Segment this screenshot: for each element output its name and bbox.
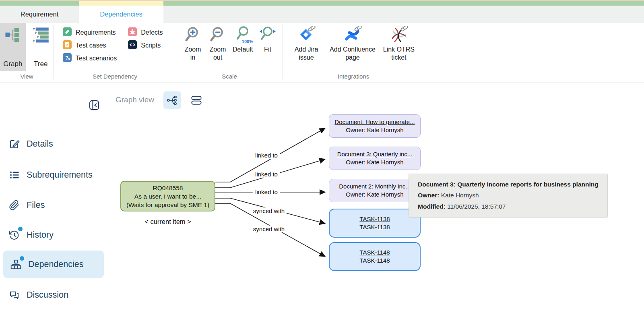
tree-view-button[interactable]: Tree [28, 23, 54, 71]
zoom-in-button[interactable]: Zoom in [181, 25, 204, 72]
ribbon-group-scale: Zoom in Zoom out [176, 23, 283, 83]
graph-view-title: Graph view [116, 95, 154, 104]
document-node-2-owner: Owner: Kate Hornysh [346, 158, 403, 166]
discussion-icon [9, 290, 20, 300]
sidebar-item-files[interactable]: Files [9, 197, 45, 213]
sidebar-item-history[interactable]: History [9, 227, 54, 243]
graph-view-icon [4, 27, 22, 45]
current-node-title: As a user, I want to be... [134, 192, 201, 201]
edge-label-linked-to-3: linked to [253, 188, 280, 195]
document-node-3-link[interactable]: Document 2: Monthly inc... [339, 182, 411, 191]
test-scenarios-label: Test scenarios [76, 55, 117, 62]
paperclip-icon [9, 200, 20, 211]
edge-label-linked-to-2: linked to [253, 171, 280, 178]
set-dependency-test-scenarios-button[interactable]: ? Test scenarios [63, 53, 117, 64]
set-dependency-requirements-button[interactable]: Requirements [63, 27, 117, 38]
sidebar-label-files: Files [27, 200, 45, 210]
active-tab-highlight-strip [79, 1, 163, 6]
set-dependency-scripts-button[interactable]: Scripts [128, 40, 163, 51]
tooltip-modified-row: Modified: 11/06/2025, 18:57:07 [418, 201, 599, 212]
add-confluence-page-button[interactable]: Add Confluence page [330, 25, 376, 72]
tree-view-label: Tree [34, 60, 47, 68]
document-node-1-link[interactable]: Document: How to generate... [334, 118, 415, 126]
fit-button[interactable]: Fit [256, 25, 279, 72]
default-zoom-icon: 100% [234, 25, 252, 46]
edge-label-linked-to-1: linked to [253, 152, 280, 159]
list-icon [9, 170, 20, 180]
tooltip-title: Document 3: Quarterly income reports for… [418, 179, 599, 190]
zoom-out-label-line2: out [213, 54, 222, 62]
default-zoom-percent: 100% [242, 39, 253, 44]
document-node-2-link[interactable]: Document 3: Quarterly inc... [337, 150, 413, 158]
current-node-id: RQ048558 [153, 184, 183, 192]
ribbon: Graph [0, 23, 644, 83]
zoom-out-button[interactable]: Zoom out [206, 25, 229, 72]
add-confluence-label-line2: page [345, 54, 360, 62]
group-label-view: View [0, 72, 54, 83]
sidebar-item-discussion[interactable]: Discussion [9, 287, 68, 303]
document-node-3[interactable]: Document 2: Monthly inc... Owner: Kate H… [329, 179, 421, 202]
tooltip-owner-row: Owner: Kate Hornysh [418, 190, 599, 201]
zoom-in-label-line2: in [190, 54, 195, 62]
current-item-caption: < current item > [120, 218, 215, 226]
document-node-1[interactable]: Document: How to generate... Owner: Kate… [329, 114, 421, 138]
sidebar-item-subrequirements[interactable]: Subrequirements [9, 167, 93, 183]
task-node-1148-subtitle: TASK-1148 [359, 257, 390, 265]
otrs-icon [390, 25, 408, 46]
set-dependency-test-cases-button[interactable]: Test cases [63, 40, 117, 51]
document-node-3-owner: Owner: Kate Hornysh [346, 191, 403, 199]
defects-icon [128, 27, 137, 38]
tab-dependencies[interactable]: Dependencies [79, 6, 163, 23]
link-otrs-ticket-button[interactable]: Link OTRS ticket [380, 25, 418, 72]
sidebar-label-discussion: Discussion [27, 290, 68, 300]
sidebar-label-history: History [27, 230, 54, 240]
zoom-in-icon [184, 25, 202, 46]
tab-requirement[interactable]: Requirement [0, 6, 79, 23]
fit-icon [259, 25, 277, 46]
scripts-label: Scripts [141, 42, 161, 49]
sidebar-item-dependencies[interactable]: Dependencies [10, 256, 83, 272]
graph-view-button[interactable]: Graph [0, 23, 26, 71]
history-notification-dot [18, 227, 23, 231]
sidebar-label-subrequirements: Subrequirements [27, 170, 93, 180]
edge-label-synced-with-1: synced with [251, 207, 287, 214]
tree-view-icon [31, 27, 50, 45]
test-cases-icon [63, 40, 72, 51]
tooltip-owner-label: Owner: [418, 192, 439, 199]
task-node-1138-subtitle: TASK-1138 [359, 223, 390, 231]
set-dependency-defects-button[interactable]: Defects [128, 27, 163, 38]
add-jira-label-line1: Add Jira [295, 46, 318, 54]
sidebar-item-details[interactable]: Details [9, 136, 53, 152]
task-node-1148-link[interactable]: TASK-1148 [359, 249, 390, 257]
node-tooltip: Document 3: Quarterly income reports for… [409, 174, 608, 218]
jira-icon [297, 25, 316, 46]
requirements-label: Requirements [76, 29, 116, 36]
add-confluence-label-line1: Add Confluence [330, 46, 376, 54]
collapse-panel-button[interactable] [89, 99, 100, 111]
tooltip-owner-value: Kate Hornysh [439, 192, 479, 199]
defects-label: Defects [141, 29, 163, 36]
graph-layout-toggle[interactable] [163, 91, 181, 109]
zoom-out-icon [209, 25, 227, 46]
test-cases-label: Test cases [76, 42, 106, 49]
fit-label: Fit [264, 46, 271, 54]
task-node-1148[interactable]: TASK-1148 TASK-1148 [329, 242, 421, 271]
task-node-1138-link[interactable]: TASK-1138 [359, 215, 390, 223]
edge-label-synced-with-2: synced with [251, 226, 287, 232]
sidebar-label-dependencies: Dependencies [28, 259, 83, 269]
document-node-2[interactable]: Document 3: Quarterly inc... Owner: Kate… [329, 147, 421, 170]
group-label-set-dependency: Set Dependency [54, 72, 176, 83]
add-jira-issue-button[interactable]: Add Jira issue [287, 25, 326, 72]
graph-view-label: Graph [3, 60, 22, 68]
list-layout-toggle[interactable] [188, 93, 204, 108]
document-node-1-owner: Owner: Kate Hornysh [346, 126, 403, 134]
tooltip-modified-label: Modified: [418, 203, 446, 210]
current-requirement-node[interactable]: RQ048558 As a user, I want to be... (Wai… [120, 181, 215, 211]
task-node-1138[interactable]: TASK-1138 TASK-1138 [329, 209, 421, 238]
default-zoom-button[interactable]: 100% Default [231, 25, 254, 72]
confluence-icon [343, 25, 362, 46]
zoom-in-label-line1: Zoom [185, 46, 201, 54]
ribbon-group-view: Graph [0, 23, 54, 83]
dependencies-panel: Details Subrequirements Files [0, 83, 644, 319]
sidebar-label-details: Details [27, 139, 53, 149]
